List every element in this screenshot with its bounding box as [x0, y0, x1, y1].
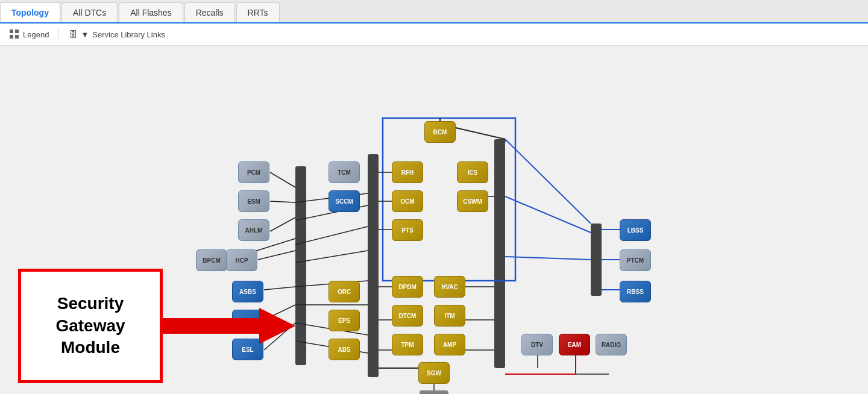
svg-line-15 — [295, 227, 368, 245]
svg-line-29 — [505, 196, 591, 233]
node-radio[interactable]: RADIO — [596, 334, 627, 355]
node-abs[interactable]: ABS — [329, 339, 360, 360]
svg-line-28 — [505, 139, 591, 224]
node-bcm[interactable]: BCM — [424, 121, 456, 143]
node-hvac[interactable]: HVAC — [434, 276, 465, 298]
svg-rect-0 — [295, 166, 306, 365]
service-library-label: Service Library Links — [92, 30, 165, 39]
diagram-area: BCM PCM ESM AHLM BPCM HCP ASBS IPC ESL T… — [0, 46, 868, 394]
svg-line-30 — [505, 257, 591, 260]
node-sgw[interactable]: SGW — [418, 362, 450, 384]
tab-rrts[interactable]: RRTs — [236, 2, 280, 22]
dropdown-icon: ▼ — [81, 30, 89, 39]
svg-rect-1 — [368, 154, 379, 377]
svg-marker-46 — [163, 308, 295, 344]
svg-line-7 — [270, 217, 295, 231]
obd-connector — [420, 390, 448, 394]
svg-rect-2 — [494, 139, 505, 368]
node-amp[interactable]: AMP — [434, 334, 465, 355]
tab-bar: Topology All DTCs All Flashes Recalls RR… — [0, 0, 868, 23]
node-dtcm[interactable]: DTCM — [392, 305, 423, 327]
node-eps[interactable]: EPS — [329, 310, 360, 331]
node-sccm[interactable]: SCCM — [329, 190, 360, 212]
node-bpcm[interactable]: BPCM — [196, 249, 227, 271]
node-pts[interactable]: PTS — [392, 219, 423, 241]
legend-label: Legend — [23, 30, 49, 39]
tab-all-flashes[interactable]: All Flashes — [119, 2, 183, 22]
node-rbss[interactable]: RBSS — [620, 281, 651, 302]
node-asbs[interactable]: ASBS — [232, 281, 263, 302]
node-esm[interactable]: ESM — [238, 190, 269, 212]
tab-recalls[interactable]: Recalls — [184, 2, 235, 22]
node-tpm[interactable]: TPM — [392, 334, 423, 355]
legend-icon — [10, 30, 19, 39]
svg-line-5 — [270, 172, 295, 187]
node-orc[interactable]: ORC — [329, 281, 360, 302]
node-itm[interactable]: ITM — [434, 305, 465, 327]
node-eam[interactable]: EAM — [559, 334, 590, 355]
svg-line-16 — [295, 251, 368, 263]
node-pcm[interactable]: PCM — [238, 161, 269, 183]
tab-topology[interactable]: Topology — [0, 2, 60, 22]
database-icon: 🗄 — [69, 30, 77, 39]
toolbar: Legend 🗄 ▼ Service Library Links — [0, 23, 868, 46]
node-tcm[interactable]: TCM — [329, 161, 360, 183]
node-cswm[interactable]: CSWM — [457, 190, 488, 212]
svg-rect-3 — [591, 224, 602, 296]
svg-line-9 — [258, 251, 295, 260]
service-library-button[interactable]: 🗄 ▼ Service Library Links — [69, 30, 165, 39]
tab-all-dtcs[interactable]: All DTCs — [61, 2, 118, 22]
svg-line-10 — [264, 287, 295, 290]
node-dpdm[interactable]: DPDM — [392, 276, 423, 298]
red-arrow — [163, 305, 295, 347]
svg-line-6 — [270, 201, 295, 202]
node-hcp[interactable]: HCP — [226, 249, 257, 271]
node-dtv[interactable]: DTV — [521, 334, 553, 355]
node-ocm[interactable]: OCM — [392, 190, 423, 212]
node-rfh[interactable]: RFH — [392, 161, 423, 183]
legend-button[interactable]: Legend — [10, 30, 49, 39]
security-gateway-text: SecurityGatewayModule — [55, 293, 125, 358]
toolbar-divider — [58, 28, 59, 40]
node-ptcm[interactable]: PTCM — [620, 249, 651, 271]
node-lbss[interactable]: LBSS — [620, 219, 651, 241]
node-ics[interactable]: ICS — [457, 161, 488, 183]
security-gateway-box: SecurityGatewayModule — [18, 269, 163, 383]
node-ahlm[interactable]: AHLM — [238, 219, 269, 241]
